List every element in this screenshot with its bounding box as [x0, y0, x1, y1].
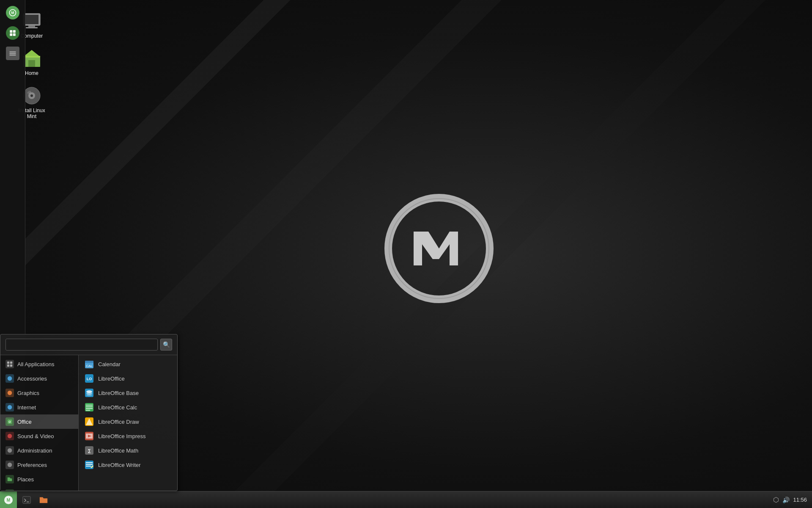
svg-rect-3	[25, 15, 38, 24]
svg-rect-65	[23, 496, 30, 503]
svg-rect-20	[9, 53, 16, 54]
svg-point-30	[8, 391, 12, 395]
category-preferences-label: Preferences	[17, 462, 47, 468]
app-libreoffice-draw[interactable]: LibreOffice Draw	[79, 414, 177, 429]
svg-rect-28	[10, 364, 12, 367]
svg-rect-19	[9, 52, 16, 52]
taskbar-start-button[interactable]: M	[0, 491, 17, 508]
home-label: Home	[25, 70, 38, 76]
svg-rect-62	[86, 466, 91, 467]
svg-text:LO: LO	[87, 377, 92, 381]
category-office-label: Office	[17, 419, 32, 425]
svg-point-35	[8, 448, 12, 453]
svg-rect-60	[86, 462, 93, 463]
app-libreoffice-draw-icon	[85, 417, 94, 426]
app-libreoffice-base[interactable]: LibreOffice Base	[79, 386, 177, 400]
svg-point-12	[30, 94, 33, 97]
category-recent-label: Recent Files	[17, 491, 48, 491]
app-libreoffice-draw-label: LibreOffice Draw	[98, 419, 139, 425]
category-sound-video-label: Sound & Video	[17, 433, 54, 439]
search-bar: 🔍	[0, 334, 177, 355]
app-libreoffice-icon: LO	[85, 374, 94, 383]
search-input[interactable]	[5, 339, 158, 351]
app-libreoffice-writer-label: LibreOffice Writer	[98, 462, 141, 468]
category-recent[interactable]: Recent Files	[0, 486, 78, 491]
svg-rect-51	[86, 410, 90, 411]
category-all[interactable]: All Applications	[0, 357, 78, 371]
menu-categories: All Applications Accessories	[0, 355, 79, 491]
category-places-label: Places	[17, 476, 34, 483]
menu-body: All Applications Accessories	[0, 355, 177, 491]
app-libreoffice-math[interactable]: ∑ LibreOffice Math	[79, 443, 177, 458]
app-libreoffice-impress-label: LibreOffice Impress	[98, 433, 145, 439]
svg-rect-17	[10, 33, 12, 36]
app-libreoffice-writer[interactable]: LibreOffice Writer	[79, 458, 177, 472]
svg-rect-48	[86, 405, 93, 406]
app-libreoffice-calc-icon	[85, 403, 94, 412]
svg-point-46	[86, 394, 92, 396]
app-libreoffice-calc-label: LibreOffice Calc	[98, 404, 137, 411]
app-calendar-label: Calendar	[98, 361, 121, 367]
svg-marker-7	[23, 50, 40, 57]
app-libreoffice-label: LibreOffice	[98, 375, 125, 382]
svg-point-36	[8, 463, 12, 467]
svg-rect-49	[86, 406, 93, 407]
svg-point-34	[8, 434, 12, 439]
app-calendar-icon: CAL	[85, 359, 94, 369]
app-libreoffice-base-label: LibreOffice Base	[98, 390, 139, 396]
category-administration[interactable]: Administration	[0, 443, 78, 458]
svg-rect-18	[13, 33, 15, 36]
svg-rect-15	[10, 30, 12, 33]
svg-text:∑: ∑	[88, 448, 91, 453]
taskbar: M ⬡ 🔊 11:56	[0, 491, 812, 508]
app-libreoffice-calc[interactable]: LibreOffice Calc	[79, 400, 177, 414]
svg-rect-27	[7, 364, 9, 367]
app-libreoffice-writer-icon	[85, 460, 94, 469]
taskbar-items	[17, 493, 768, 507]
taskbar-clock: 11:56	[793, 497, 807, 503]
svg-text:CAL: CAL	[86, 364, 93, 368]
app-libreoffice[interactable]: LO LibreOffice	[79, 371, 177, 386]
category-sound-video[interactable]: Sound & Video	[0, 429, 78, 443]
svg-point-29	[8, 376, 12, 381]
category-office[interactable]: O Office	[0, 414, 78, 429]
category-graphics-label: Graphics	[17, 390, 39, 396]
category-graphics[interactable]: Graphics	[0, 386, 78, 400]
category-administration-label: Administration	[17, 447, 52, 454]
category-internet-label: Internet	[17, 404, 36, 411]
volume-icon[interactable]: 🔊	[782, 497, 790, 503]
category-accessories[interactable]: Accessories	[0, 371, 78, 386]
category-internet[interactable]: Internet	[0, 400, 78, 414]
category-accessories-label: Accessories	[17, 375, 47, 382]
svg-rect-8	[28, 60, 35, 67]
panel-icon-3[interactable]	[3, 44, 22, 63]
svg-rect-16	[13, 30, 15, 33]
app-libreoffice-base-icon	[85, 388, 94, 398]
category-preferences[interactable]: Preferences	[0, 458, 78, 472]
svg-rect-5	[26, 27, 38, 28]
app-libreoffice-math-label: LibreOffice Math	[98, 447, 138, 454]
svg-text:M: M	[7, 498, 10, 502]
svg-rect-21	[9, 55, 16, 55]
mint-logo	[384, 193, 494, 304]
svg-rect-39	[85, 362, 93, 363]
taskbar-item-terminal[interactable]	[19, 493, 35, 507]
panel-mint-button[interactable]: M	[3, 3, 22, 22]
svg-rect-50	[86, 408, 93, 409]
app-menu: 🔍 All Applications	[0, 334, 178, 491]
desktop: Computer Home	[0, 0, 812, 508]
svg-rect-25	[7, 362, 9, 364]
panel-icon-2[interactable]	[3, 24, 22, 42]
svg-rect-61	[86, 464, 93, 465]
category-all-label: All Applications	[17, 361, 54, 367]
search-button[interactable]: 🔍	[160, 339, 172, 351]
svg-rect-26	[10, 362, 12, 364]
category-places[interactable]: Places	[0, 472, 78, 486]
menu-apps: CAL Calendar LO LibreOffice	[79, 355, 177, 491]
svg-rect-4	[28, 25, 35, 27]
svg-rect-9	[23, 56, 40, 58]
app-calendar[interactable]: CAL Calendar	[79, 357, 177, 371]
app-libreoffice-math-icon: ∑	[85, 446, 94, 455]
taskbar-item-files[interactable]	[36, 493, 52, 507]
app-libreoffice-impress[interactable]: LibreOffice Impress	[79, 429, 177, 443]
